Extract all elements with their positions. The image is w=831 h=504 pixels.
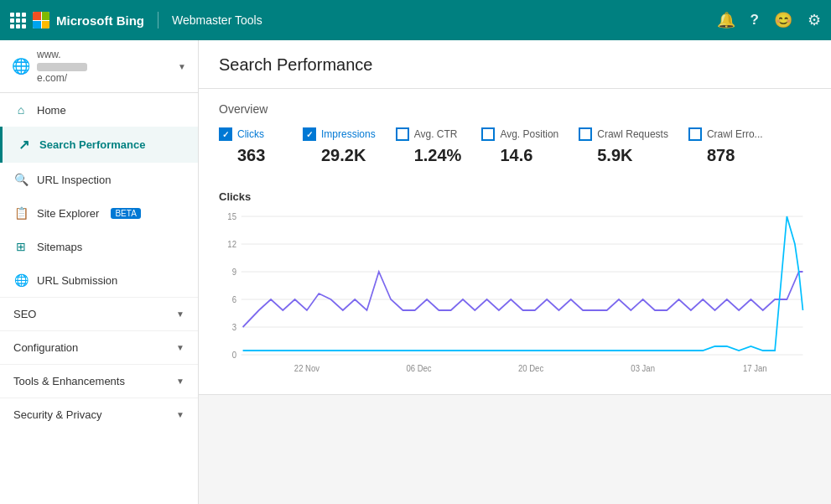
sidebar-section-seo[interactable]: SEO ▼ [0, 297, 198, 330]
avg-pos-checkbox[interactable] [481, 127, 495, 141]
content-header: Search Performance [199, 40, 831, 89]
smiley-icon[interactable]: 😊 [774, 11, 792, 29]
help-icon[interactable]: ? [750, 12, 759, 29]
metric-clicks: Clicks 363 [219, 127, 303, 165]
impressions-checkbox[interactable] [303, 127, 316, 141]
svg-text:6: 6 [232, 295, 236, 304]
crawl-err-value: 878 [688, 146, 763, 165]
sidebar-section-tools[interactable]: Tools & Enhancements ▼ [0, 364, 198, 397]
tools-label: Tools & Enhancements [13, 375, 125, 387]
clicks-checkbox-row: Clicks [219, 127, 283, 141]
seo-label: SEO [13, 308, 36, 320]
bell-icon[interactable]: 🔔 [717, 11, 735, 29]
crawl-err-label: Crawl Erro... [707, 128, 763, 140]
metric-impressions: Impressions 29.2K [303, 127, 396, 165]
microsoft-logo [33, 12, 49, 29]
topnav-right: 🔔 ? 😊 ⚙ [717, 11, 821, 29]
svg-text:9: 9 [232, 268, 236, 277]
settings-icon[interactable]: ⚙ [808, 11, 821, 29]
sitemaps-icon: ⊞ [13, 240, 29, 253]
metric-crawl-errors: Crawl Erro... 878 [688, 127, 783, 165]
svg-text:20 Dec: 20 Dec [518, 364, 543, 373]
metric-avg-ctr: Avg. CTR 1.24% [396, 127, 482, 165]
brand-title: Microsoft Bing [56, 13, 144, 28]
chart-container: 15 12 9 6 3 0 [219, 210, 811, 377]
site-explorer-icon: 📋 [13, 206, 29, 220]
search-perf-icon: ↗ [16, 137, 31, 153]
avg-pos-label: Avg. Position [500, 128, 558, 140]
url-chevron-icon: ▼ [178, 62, 186, 71]
home-icon: ⌂ [13, 103, 29, 117]
crawl-req-label: Crawl Requests [597, 128, 668, 140]
clicks-value: 363 [219, 146, 283, 165]
svg-text:12: 12 [227, 240, 236, 249]
clicks-checkbox[interactable] [219, 127, 232, 141]
config-label: Configuration [13, 341, 78, 354]
crawl-req-checkbox-row: Crawl Requests [579, 127, 668, 141]
avg-pos-value: 14.6 [481, 146, 558, 165]
crawl-err-checkbox-row: Crawl Erro... [688, 127, 763, 141]
url-inspect-icon: 🔍 [13, 173, 29, 186]
tools-chevron-icon: ▼ [176, 377, 184, 386]
topnav-left: Microsoft Bing Webmaster Tools [10, 12, 717, 29]
svg-text:03 Jan: 03 Jan [631, 364, 655, 373]
beta-badge: BETA [111, 208, 140, 219]
url-submission-icon: 🌐 [13, 273, 29, 287]
sidebar-item-search-performance[interactable]: ↗ Search Performance [0, 127, 198, 163]
content-area: Search Performance Overview Clicks 363 [199, 40, 831, 504]
overview-section: Overview Clicks 363 [199, 89, 831, 395]
waffle-icon[interactable] [10, 13, 26, 29]
sidebar-item-home-label: Home [37, 104, 66, 117]
nav-divider [158, 12, 158, 29]
sidebar-item-home[interactable]: ⌂ Home [0, 93, 198, 127]
clicks-label: Clicks [237, 128, 264, 140]
topnav: Microsoft Bing Webmaster Tools 🔔 ? 😊 ⚙ [0, 0, 831, 40]
svg-text:15: 15 [227, 212, 236, 221]
sidebar: 🌐 www. e.com/ ▼ ⌂ Home ↗ Search Performa… [0, 40, 199, 504]
config-chevron-icon: ▼ [176, 343, 184, 352]
avg-ctr-value: 1.24% [396, 146, 462, 165]
impressions-label: Impressions [321, 128, 376, 140]
sidebar-section-security[interactable]: Security & Privacy ▼ [0, 397, 198, 431]
impressions-checkbox-row: Impressions [303, 127, 376, 141]
sidebar-section-configuration[interactable]: Configuration ▼ [0, 330, 198, 364]
impressions-value: 29.2K [303, 146, 376, 165]
seo-chevron-icon: ▼ [176, 309, 184, 319]
sidebar-item-site-explorer-label: Site Explorer [37, 207, 99, 220]
avg-ctr-label: Avg. CTR [414, 128, 458, 140]
globe-icon: 🌐 [12, 57, 30, 75]
crawl-req-value: 5.9K [579, 146, 668, 165]
metric-crawl-requests: Crawl Requests 5.9K [579, 127, 688, 165]
avg-ctr-checkbox-row: Avg. CTR [396, 127, 462, 141]
sidebar-item-url-inspection[interactable]: 🔍 URL Inspection [0, 163, 198, 196]
sidebar-item-url-submission-label: URL Submission [37, 274, 117, 287]
metric-avg-position: Avg. Position 14.6 [481, 127, 579, 165]
main-layout: 🌐 www. e.com/ ▼ ⌂ Home ↗ Search Performa… [0, 40, 831, 504]
content-body: Overview Clicks 363 [199, 89, 831, 395]
sidebar-item-search-performance-label: Search Performance [39, 138, 145, 151]
chart-area: Clicks 15 12 9 6 3 0 [219, 182, 811, 377]
security-chevron-icon: ▼ [176, 410, 184, 419]
app-title: Webmaster Tools [172, 13, 262, 27]
metrics-row: Clicks 363 Impressions 29.2K [219, 127, 811, 165]
overview-title: Overview [219, 102, 811, 116]
avg-ctr-checkbox[interactable] [396, 127, 409, 141]
sidebar-item-sitemaps[interactable]: ⊞ Sitemaps [0, 230, 198, 263]
url-selector[interactable]: 🌐 www. e.com/ ▼ [0, 40, 198, 93]
sidebar-item-sitemaps-label: Sitemaps [37, 241, 82, 253]
sidebar-item-site-explorer[interactable]: 📋 Site Explorer BETA [0, 196, 198, 230]
crawl-req-checkbox[interactable] [579, 127, 592, 141]
svg-text:22 Nov: 22 Nov [294, 364, 319, 373]
crawl-err-checkbox[interactable] [688, 127, 702, 141]
svg-text:06 Dec: 06 Dec [406, 364, 431, 373]
svg-text:3: 3 [232, 323, 236, 332]
url-display: www. e.com/ [37, 49, 171, 84]
sidebar-item-url-inspection-label: URL Inspection [37, 174, 111, 186]
security-label: Security & Privacy [13, 408, 101, 421]
avg-pos-checkbox-row: Avg. Position [481, 127, 558, 141]
sidebar-item-url-submission[interactable]: 🌐 URL Submission [0, 263, 198, 297]
svg-text:0: 0 [232, 351, 237, 360]
page-title: Search Performance [219, 55, 811, 75]
chart-title: Clicks [219, 190, 811, 203]
svg-text:17 Jan: 17 Jan [743, 364, 767, 373]
